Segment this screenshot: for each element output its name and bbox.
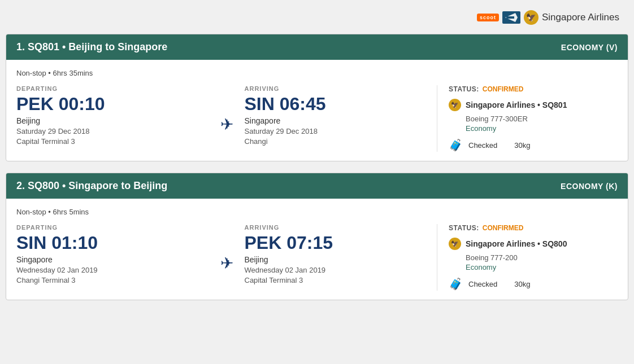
- arrive-terminal-1: Changi: [245, 137, 426, 146]
- depart-code-1: PEK: [16, 94, 54, 114]
- arrive-code-2: PEK: [245, 233, 282, 253]
- arrive-airport-time-1: SIN 06:45: [245, 94, 426, 114]
- baggage-row-1: 🧳 Checked 30kg: [449, 138, 618, 152]
- arrive-label-1: ARRIVING: [245, 85, 426, 92]
- flight-2-arrow: ✈: [209, 224, 245, 291]
- plane-icon-1: ✈: [220, 115, 233, 134]
- flight-1-info-col: STATUS: CONFIRMED 🦅 Singapore Airlines •…: [437, 85, 618, 152]
- flight-2-card: 2. SQ800 • Singapore to Beijing ECONOMY …: [6, 173, 628, 300]
- baggage-weight-2: 30kg: [514, 280, 530, 288]
- depart-city-2: Singapore: [16, 255, 198, 264]
- depart-date-2: Wednesday 02 Jan 2019: [16, 266, 198, 274]
- flight-1-body: Non-stop • 6hrs 35mins DEPARTING PEK 00:…: [6, 60, 628, 161]
- depart-terminal-2: Changi Terminal 3: [16, 276, 198, 284]
- depart-time-2: 01:10: [51, 233, 98, 253]
- flight-2-depart-col: DEPARTING SIN 01:10 Singapore Wednesday …: [16, 224, 209, 291]
- arrive-airport-time-2: PEK 07:15: [245, 233, 426, 253]
- status-row-2: STATUS: CONFIRMED: [449, 224, 618, 232]
- airline-info-row-2: 🦅 Singapore Airlines • SQ800: [449, 238, 618, 250]
- arrive-city-2: Beijing: [245, 255, 426, 264]
- flight-1-card: 1. SQ801 • Beijing to Singapore ECONOMY …: [6, 34, 628, 161]
- plane-icon-2: ✈: [220, 254, 233, 273]
- depart-label-2: DEPARTING: [16, 224, 198, 231]
- sq-bird-logo: [502, 11, 520, 24]
- baggage-label-2: Checked: [468, 280, 497, 288]
- flight-1-depart-col: DEPARTING PEK 00:10 Beijing Saturday 29 …: [16, 85, 209, 152]
- arrive-time-1: 06:45: [280, 94, 326, 114]
- arrive-code-1: SIN: [245, 94, 275, 114]
- depart-city-1: Beijing: [16, 116, 198, 125]
- depart-date-1: Saturday 29 Dec 2018: [16, 127, 198, 135]
- flight-1-header: 1. SQ801 • Beijing to Singapore ECONOMY …: [6, 34, 628, 60]
- flight-2-nonstop: Non-stop • 6hrs 5mins: [16, 208, 618, 216]
- airline-flight-2: Singapore Airlines • SQ800: [466, 239, 567, 248]
- depart-airport-time-2: SIN 01:10: [16, 233, 198, 253]
- aircraft-1: Boeing 777-300ER: [466, 115, 618, 123]
- cabin-2: Economy: [466, 263, 618, 271]
- flight-1-header-right: ECONOMY (V): [551, 36, 628, 59]
- flight-1-arrow: ✈: [209, 85, 245, 152]
- arrive-label-2: ARRIVING: [245, 224, 426, 231]
- airline-flight-1: Singapore Airlines • SQ801: [466, 100, 567, 109]
- svg-rect-1: [506, 16, 514, 19]
- depart-label-1: DEPARTING: [16, 85, 198, 92]
- arrive-time-2: 07:15: [286, 233, 333, 253]
- aircraft-2: Boeing 777-200: [466, 253, 618, 262]
- airline-info-row-1: 🦅 Singapore Airlines • SQ801: [449, 99, 618, 111]
- flight-2-header: 2. SQ800 • Singapore to Beijing ECONOMY …: [6, 173, 628, 199]
- flight-2-header-left: 2. SQ800 • Singapore to Beijing: [6, 173, 177, 199]
- airline-name-label: Singapore Airlines: [542, 12, 619, 23]
- flight-1-arrive-col: ARRIVING SIN 06:45 Singapore Saturday 29…: [245, 85, 437, 152]
- flight-2-details: DEPARTING SIN 01:10 Singapore Wednesday …: [16, 224, 618, 291]
- flight-1-header-left: 1. SQ801 • Beijing to Singapore: [6, 34, 177, 60]
- crane-icon-2: 🦅: [449, 238, 461, 250]
- depart-terminal-1: Capital Terminal 3: [16, 137, 198, 146]
- status-value-1: CONFIRMED: [483, 85, 524, 93]
- flight-2-header-right: ECONOMY (K): [550, 175, 628, 198]
- flight-2-arrive-col: ARRIVING PEK 07:15 Beijing Wednesday 02 …: [245, 224, 437, 291]
- status-label-2: STATUS:: [449, 224, 479, 232]
- luggage-icon-2: 🧳: [449, 277, 463, 291]
- arrive-city-1: Singapore: [245, 116, 426, 125]
- depart-airport-time-1: PEK 00:10: [16, 94, 198, 114]
- top-bar: scoot 🦅 Singapore Airlines: [6, 6, 628, 29]
- baggage-row-2: 🧳 Checked 30kg: [449, 277, 618, 291]
- status-row-1: STATUS: CONFIRMED: [449, 85, 618, 93]
- scoot-logo: scoot: [477, 14, 499, 21]
- flight-2-info-col: STATUS: CONFIRMED 🦅 Singapore Airlines •…: [437, 224, 618, 291]
- depart-time-1: 00:10: [59, 94, 105, 114]
- flight-2-body: Non-stop • 6hrs 5mins DEPARTING SIN 01:1…: [6, 199, 628, 300]
- flight-1-details: DEPARTING PEK 00:10 Beijing Saturday 29 …: [16, 85, 618, 152]
- crane-icon-1: 🦅: [449, 99, 461, 111]
- arrive-terminal-2: Capital Terminal 3: [245, 276, 426, 284]
- baggage-label-1: Checked: [468, 141, 497, 150]
- status-label-1: STATUS:: [449, 85, 479, 93]
- crane-logo: 🦅: [524, 10, 539, 25]
- arrive-date-2: Wednesday 02 Jan 2019: [245, 266, 426, 274]
- status-value-2: CONFIRMED: [483, 224, 524, 232]
- baggage-weight-1: 30kg: [514, 141, 530, 150]
- flight-1-nonstop: Non-stop • 6hrs 35mins: [16, 69, 618, 77]
- depart-code-2: SIN: [16, 233, 46, 253]
- arrive-date-1: Saturday 29 Dec 2018: [245, 127, 426, 135]
- airline-logos: scoot 🦅 Singapore Airlines: [477, 10, 619, 25]
- luggage-icon-1: 🧳: [449, 138, 463, 152]
- cabin-1: Economy: [466, 124, 618, 133]
